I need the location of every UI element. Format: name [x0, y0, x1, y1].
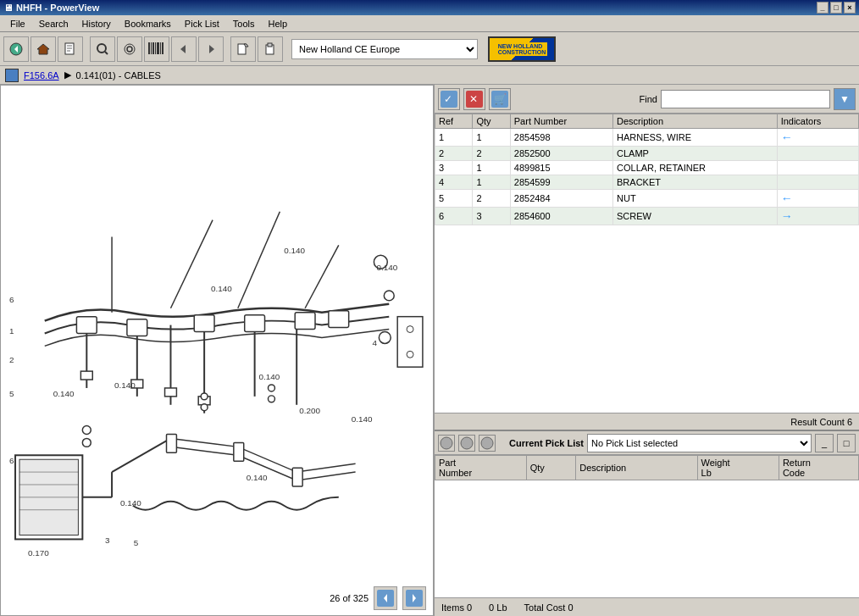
diagram-footer: 26 of 325 — [1, 581, 433, 615]
nh-logo: NEW HOLLANDCONSTRUCTION — [488, 36, 556, 62]
remove-search-button[interactable]: ✕ — [463, 88, 485, 110]
svg-rect-23 — [268, 43, 272, 47]
pl-minimize-button[interactable]: _ — [815, 434, 834, 452]
svg-point-9 — [127, 47, 132, 52]
picklist-select[interactable]: No Pick List selected — [587, 434, 812, 452]
search-toolbar: ✓ ✕ 🛒 Find ▼ — [435, 85, 859, 114]
pl-btn-2[interactable] — [458, 435, 475, 452]
prev-button[interactable] — [171, 36, 197, 62]
svg-text:0.140: 0.140 — [247, 473, 268, 482]
menu-history[interactable]: History — [75, 17, 118, 31]
result-count: Result Count 6 — [435, 413, 859, 430]
svg-point-85 — [201, 393, 208, 400]
page-count: 26 of 325 — [330, 593, 369, 603]
svg-text:0.170: 0.170 — [28, 548, 49, 558]
svg-text:0.140: 0.140 — [352, 414, 373, 424]
settings-button[interactable] — [117, 36, 142, 62]
right-panel: ✓ ✕ 🛒 Find ▼ Ref Qty — [434, 85, 859, 616]
parts-table-container[interactable]: Ref Qty Part Number Description Indicato… — [435, 114, 859, 413]
pl-col-qty: Qty — [526, 456, 575, 480]
svg-rect-41 — [80, 371, 92, 380]
search-button[interactable] — [90, 36, 115, 62]
table-row[interactable]: 2 2 2852500 CLAMP — [435, 147, 859, 161]
pl-restore-button[interactable]: □ — [837, 434, 856, 452]
svg-text:4: 4 — [372, 338, 377, 347]
pl-col-partnumber: PartNumber — [435, 456, 527, 480]
svg-rect-14 — [155, 42, 156, 54]
breadcrumb-link[interactable]: F156.6A — [24, 70, 59, 80]
home-button[interactable] — [30, 36, 56, 62]
titlebar-controls: _ □ × — [817, 2, 856, 14]
picklist-table-body — [435, 480, 859, 582]
menu-tools[interactable]: Tools — [226, 17, 262, 31]
table-row[interactable]: 3 1 4899815 COLLAR, RETAINER — [435, 161, 859, 175]
svg-rect-15 — [157, 42, 159, 54]
cell-description: HARNESS, WIRE — [613, 129, 778, 147]
menu-file[interactable]: File — [3, 17, 32, 31]
cell-ref: 2 — [435, 147, 473, 161]
table-row[interactable]: 6 3 2854600 SCREW → — [435, 208, 859, 225]
toolbar: New Holland CE Europe NEW HOLLANDCONSTRU… — [0, 32, 859, 66]
svg-point-88 — [268, 396, 274, 402]
table-row[interactable]: 4 1 2854599 BRACKET — [435, 175, 859, 190]
next-page-button[interactable] — [402, 586, 426, 610]
maximize-button[interactable]: □ — [830, 2, 842, 14]
picklist-table-container[interactable]: PartNumber Qty Description WeightLb Retu… — [435, 455, 859, 597]
barcode-button[interactable] — [144, 36, 169, 62]
svg-point-87 — [268, 385, 274, 391]
cell-ref: 1 — [435, 129, 473, 147]
menu-bookmarks[interactable]: Bookmarks — [118, 17, 178, 31]
table-row[interactable]: 5 2 2852484 NUT ← — [435, 190, 859, 208]
close-button[interactable]: × — [844, 2, 856, 14]
cell-qty: 3 — [473, 208, 510, 225]
indicator-right-icon: → — [781, 209, 793, 223]
find-input[interactable] — [661, 90, 830, 108]
svg-text:2: 2 — [9, 355, 14, 364]
svg-marker-19 — [209, 45, 214, 53]
menu-search[interactable]: Search — [32, 17, 75, 31]
model-select[interactable]: New Holland CE Europe — [291, 39, 478, 59]
svg-rect-36 — [127, 319, 147, 336]
parts-area: ✓ ✕ 🛒 Find ▼ Ref Qty — [435, 85, 859, 430]
add-search-button[interactable]: ✓ — [438, 88, 460, 110]
indicator-left-icon: ← — [781, 191, 793, 205]
svg-point-10 — [125, 44, 135, 54]
filter-button[interactable]: ▼ — [834, 88, 856, 110]
pl-btn-1[interactable] — [438, 435, 455, 452]
svg-rect-56 — [292, 468, 302, 486]
menu-help[interactable]: Help — [262, 17, 295, 31]
menu-picklist[interactable]: Pick List — [178, 17, 226, 31]
cell-partnumber: 2852484 — [510, 190, 612, 208]
prev-page-button[interactable] — [374, 586, 397, 610]
cell-partnumber: 2852500 — [510, 147, 612, 161]
diagram-area: 0.140 0.140 0.140 0.140 0.140 0.200 0.14… — [1, 86, 433, 581]
next-button[interactable] — [198, 36, 224, 62]
back-button[interactable] — [3, 36, 29, 62]
cart-button[interactable]: 🛒 — [489, 88, 511, 110]
svg-point-101 — [481, 437, 493, 449]
pl-btn-3[interactable] — [479, 435, 496, 452]
breadcrumb-text: 0.141(01) - CABLES — [76, 70, 161, 80]
svg-text:0.140: 0.140 — [284, 246, 305, 255]
parts-table-body: 1 1 2854598 HARNESS, WIRE ← 2 2 2852500 … — [435, 129, 859, 225]
svg-rect-55 — [234, 442, 244, 461]
svg-rect-60 — [397, 317, 423, 367]
table-row[interactable]: 1 1 2854598 HARNESS, WIRE ← — [435, 129, 859, 147]
svg-point-100 — [461, 437, 473, 449]
col-ref: Ref — [435, 114, 473, 129]
page-button[interactable] — [58, 36, 83, 62]
minimize-button[interactable]: _ — [817, 2, 829, 14]
cell-partnumber: 2854600 — [510, 208, 612, 225]
picklist-area: Current Pick List No Pick List selected … — [435, 430, 859, 616]
result-count-value: 6 — [847, 417, 852, 427]
clipboard-button[interactable] — [258, 36, 283, 62]
col-qty: Qty — [473, 114, 510, 129]
edit-button[interactable] — [230, 36, 256, 62]
pl-col-weight: WeightLb — [697, 456, 779, 480]
items-label: Items 0 — [441, 602, 472, 613]
cell-description: CLAMP — [613, 147, 778, 161]
cell-qty: 2 — [473, 190, 510, 208]
svg-rect-37 — [194, 315, 214, 332]
cell-description: COLLAR, RETAINER — [613, 161, 778, 175]
diagram-panel: 0.140 0.140 0.140 0.140 0.140 0.200 0.14… — [0, 85, 434, 616]
